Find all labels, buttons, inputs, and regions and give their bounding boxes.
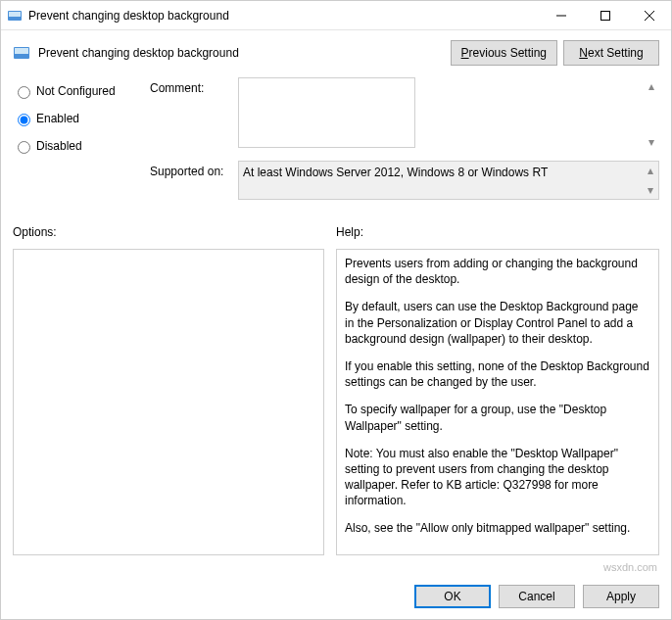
header-row: Prevent changing desktop background Prev… bbox=[1, 30, 671, 72]
svg-rect-7 bbox=[15, 48, 28, 54]
radio-not-configured-input[interactable] bbox=[18, 86, 30, 99]
radio-enabled-label: Enabled bbox=[36, 112, 79, 125]
help-paragraph: Prevents users from adding or changing t… bbox=[345, 256, 650, 287]
radio-enabled-input[interactable] bbox=[18, 114, 30, 126]
comment-input[interactable] bbox=[238, 77, 415, 148]
next-setting-button[interactable]: Next Setting bbox=[563, 40, 659, 66]
options-panel bbox=[13, 249, 324, 555]
policy-icon bbox=[13, 44, 30, 62]
apply-button[interactable]: Apply bbox=[583, 585, 659, 608]
policy-title: Prevent changing desktop background bbox=[38, 46, 445, 60]
help-paragraph: By default, users can use the Desktop Ba… bbox=[345, 299, 650, 347]
ok-button[interactable]: OK bbox=[414, 585, 491, 608]
scrollbar-icon: ▴▾ bbox=[645, 164, 656, 197]
radio-disabled-input[interactable] bbox=[18, 141, 30, 154]
svg-rect-1 bbox=[9, 12, 21, 17]
help-paragraph: Also, see the "Allow only bitmapped wall… bbox=[345, 520, 650, 536]
help-panel: Prevents users from adding or changing t… bbox=[336, 249, 659, 555]
help-paragraph: Note: You must also enable the "Desktop … bbox=[345, 446, 650, 509]
help-label: Help: bbox=[336, 225, 659, 239]
radio-disabled-label: Disabled bbox=[36, 139, 82, 153]
app-icon bbox=[7, 8, 23, 24]
radio-not-configured-label: Not Configured bbox=[36, 84, 116, 98]
title-bar: Prevent changing desktop background bbox=[1, 1, 671, 30]
comment-label: Comment: bbox=[150, 77, 238, 151]
prev-label: revious Setting bbox=[469, 46, 547, 60]
radio-not-configured[interactable]: Not Configured bbox=[13, 83, 150, 99]
close-button[interactable] bbox=[627, 1, 671, 29]
help-paragraph: If you enable this setting, none of the … bbox=[345, 358, 650, 390]
options-label: Options: bbox=[13, 225, 324, 239]
watermark: wsxdn.com bbox=[1, 561, 671, 573]
svg-rect-3 bbox=[600, 11, 609, 20]
window-title: Prevent changing desktop background bbox=[28, 9, 539, 23]
previous-setting-button[interactable]: Previous Setting bbox=[451, 40, 557, 66]
radio-enabled[interactable]: Enabled bbox=[13, 111, 150, 126]
supported-on-label: Supported on: bbox=[150, 161, 238, 200]
minimize-button[interactable] bbox=[539, 1, 583, 29]
radio-disabled[interactable]: Disabled bbox=[13, 138, 150, 154]
next-label: ext Setting bbox=[588, 46, 644, 60]
cancel-button[interactable]: Cancel bbox=[499, 585, 575, 608]
state-radio-group: Not Configured Enabled Disabled bbox=[13, 77, 150, 210]
maximize-button[interactable] bbox=[583, 1, 627, 29]
scrollbar-icon: ▴▾ bbox=[646, 79, 657, 149]
help-paragraph: To specify wallpaper for a group, use th… bbox=[345, 402, 650, 433]
footer: OK Cancel Apply bbox=[1, 577, 671, 616]
supported-on-value: At least Windows Server 2012, Windows 8 … bbox=[238, 161, 659, 200]
